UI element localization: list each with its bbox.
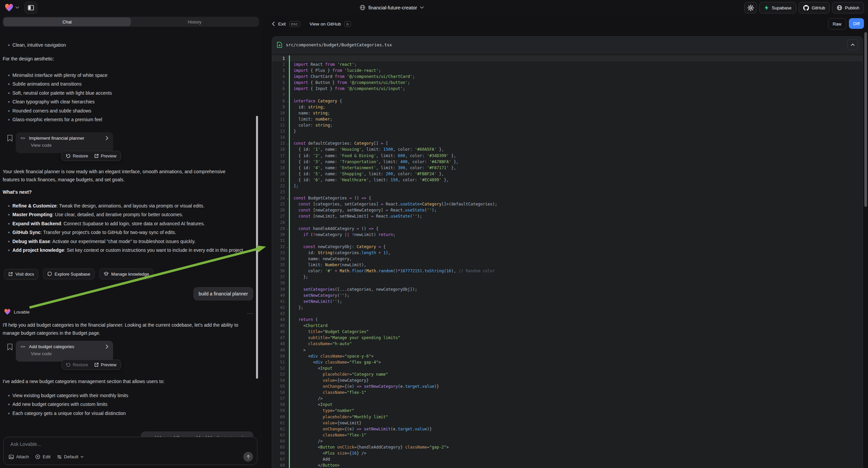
restore-button[interactable]: Restore <box>66 153 88 158</box>
code-line: 57 /> <box>272 396 863 402</box>
list-item: Add project knowledge: Set key context o… <box>0 246 252 255</box>
fold-chevron-icon[interactable]: ⌄ <box>287 141 288 147</box>
code-line: 66 <Plus size={16} /> <box>272 450 863 456</box>
lovable-logo-heart-icon[interactable] <box>5 4 13 12</box>
sliders-icon <box>57 455 62 459</box>
fold-chevron-icon[interactable]: ⌄ <box>287 195 288 201</box>
code-line: 30 if (!newCategory || !newLimit) return… <box>272 232 863 238</box>
external-link-icon <box>94 154 99 158</box>
version-card-title: Add budget categories <box>29 344 74 349</box>
collapse-file-button[interactable] <box>847 39 858 50</box>
code-line: 43 <box>272 311 863 317</box>
send-button[interactable] <box>243 452 253 462</box>
chevron-up-icon <box>851 43 855 46</box>
version-card-add-budget-categories[interactable]: <> Add budget categories View code <box>16 341 113 361</box>
code-line: 60 placeholder="Monthly limit" <box>272 414 863 420</box>
chat-input[interactable] <box>10 441 251 447</box>
preview-button[interactable]: Preview <box>94 362 117 367</box>
code-line: 58 <Input <box>272 402 863 408</box>
code-line: 11 limit: number; <box>272 116 863 122</box>
edit-mode-button[interactable]: Edit <box>35 454 50 459</box>
chevron-down-icon <box>81 456 84 458</box>
code-line: 22]; <box>272 183 863 189</box>
external-link-icon <box>8 272 13 276</box>
toggle-sidebar-button[interactable] <box>25 2 37 14</box>
restore-button[interactable]: Restore <box>66 362 88 367</box>
bookmark-icon[interactable] <box>7 135 13 142</box>
diff-toggle-button[interactable]: Diff <box>849 18 864 29</box>
external-link-icon <box>94 362 99 367</box>
code-line: 53 placeholder="Category name" <box>272 371 863 377</box>
tips-list: Refine & Customize: Tweak the design, an… <box>0 201 252 255</box>
assistant-paragraph: Your sleek financial planner is now read… <box>3 168 234 184</box>
tab-chat[interactable]: Chat <box>3 18 131 26</box>
message-menu-button[interactable]: ... <box>247 309 253 315</box>
code-line: 24⌄const BudgetCategories = () => { <box>272 195 863 201</box>
list-item: Soft, neutral color palette with light b… <box>0 89 255 97</box>
logo-chevron-down-icon[interactable] <box>16 6 19 9</box>
globe-icon <box>360 5 365 10</box>
attach-button[interactable]: Attach <box>9 454 29 459</box>
view-code-link[interactable]: View code <box>31 351 108 356</box>
code-line: 3import { Plus } from 'lucide-react'; <box>272 67 863 74</box>
code-line: 64 /> <box>272 438 863 444</box>
code-line: 62 onChange={(e) => setNewLimit(e.target… <box>272 426 863 432</box>
whats-next-heading: What's next? <box>3 189 32 195</box>
code-scrollbar[interactable] <box>864 32 867 207</box>
code-line: 42 }; <box>272 304 863 311</box>
code-line: 36 color: '#' + Math.floor(Math.random()… <box>272 268 863 274</box>
chat-scrollbar[interactable] <box>256 116 258 379</box>
code-line: 18 { id: '3', name: 'Transportation', li… <box>272 159 863 165</box>
code-line: 44 return ( <box>272 317 863 323</box>
chevron-left-icon <box>272 22 275 26</box>
model-selector[interactable]: Default <box>57 454 84 459</box>
restore-icon <box>66 362 70 367</box>
version-card-implement-financial-planner[interactable]: <> Implement financial planner View code <box>16 132 113 153</box>
view-on-github-button[interactable]: View on GitHub G <box>310 21 351 27</box>
intro-tail-list: Clean, intuitive navigation <box>0 40 255 49</box>
project-name: financial-future-creator <box>368 5 417 10</box>
project-chevron-down-icon <box>420 6 424 9</box>
preview-button[interactable]: Preview <box>94 153 117 158</box>
code-line: 33 id: String(categories.length + 1), <box>272 250 863 256</box>
code-icon: <> <box>21 136 26 140</box>
code-line: 63 className="flex-1" <box>272 432 863 438</box>
publish-button[interactable]: Publish <box>832 2 864 13</box>
chevron-right-icon[interactable] <box>106 136 108 140</box>
view-code-link[interactable]: View code <box>31 143 108 148</box>
code-line: 10 name: string; <box>272 110 863 116</box>
tab-history[interactable]: History <box>131 18 258 26</box>
fold-chevron-icon[interactable]: ⌄ <box>287 98 288 105</box>
graduation-cap-icon <box>104 272 109 276</box>
explore-supabase-button[interactable]: Explore Supabase <box>43 269 95 279</box>
github-button[interactable]: GitHub <box>799 2 830 13</box>
manage-knowledge-button[interactable]: Manage knowledge <box>99 269 154 279</box>
code-line: 28 <box>272 220 863 226</box>
lovable-avatar-heart-icon <box>4 309 11 315</box>
raw-toggle-button[interactable]: Raw <box>828 18 846 30</box>
list-item: Each category gets a unique color for vi… <box>0 409 252 418</box>
supabase-button[interactable]: Supabase <box>759 2 796 13</box>
code-line: 21 { id: '6', name: 'Healthcare', limit:… <box>272 177 863 183</box>
fold-chevron-icon[interactable]: ⌄ <box>287 244 288 250</box>
chevron-right-icon[interactable] <box>106 345 108 349</box>
code-line: 55 onChange={(e) => setNewCategory(e.tar… <box>272 383 863 389</box>
code-line: 27 const [newLimit, setNewLimit] = React… <box>272 213 863 219</box>
exit-code-view-button[interactable]: Exit ESC <box>272 21 300 27</box>
settings-button[interactable] <box>744 2 757 13</box>
assistant-paragraph: I'll help you add budget categories to t… <box>3 321 252 337</box>
code-line: 51 <div className="flex gap-4"> <box>272 359 863 365</box>
file-path: src/components/budget/BudgetCategories.t… <box>286 42 392 47</box>
code-line: 12 color: string; <box>272 122 863 128</box>
visit-docs-button[interactable]: Visit docs <box>4 269 38 280</box>
fold-chevron-icon[interactable]: ⌄ <box>287 226 288 232</box>
sidebar-icon <box>28 5 34 10</box>
code-editor[interactable]: 12import React from 'react';3import { Pl… <box>272 53 863 468</box>
code-panel: Exit ESC View on GitHub G Raw Diff src/c… <box>262 15 868 468</box>
project-switcher[interactable]: financial-future-creator <box>360 0 424 15</box>
code-line: 13} <box>272 128 863 134</box>
design-bullet-list: Minimalist interface with plenty of whit… <box>0 71 255 124</box>
bookmark-icon[interactable] <box>7 344 13 351</box>
restore-preview-toolbar: Restore Preview <box>61 151 121 161</box>
g-key-badge: G <box>344 21 351 27</box>
